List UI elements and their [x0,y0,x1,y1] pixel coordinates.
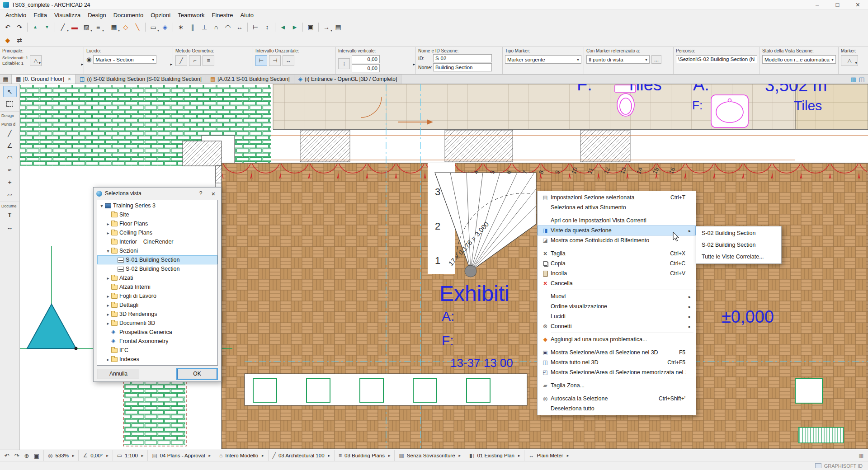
marker-reference-select[interactable]: Il punto di vista [586,55,650,64]
toolbar-button[interactable] [160,22,170,33]
context-menu-item[interactable]: Taglia Zona... [538,381,696,390]
context-menu-item[interactable]: Mostra Selezione/Area di Selezione nel 3… [538,348,696,357]
menu-bar-item[interactable]: Opzioni [147,11,174,19]
status-segment[interactable]: 03 Building Plans [334,450,394,461]
toolbar-button[interactable] [199,22,210,33]
tree-expand-arrow[interactable] [105,303,111,308]
tree-item[interactable]: S-02 Building Section [97,264,217,273]
horizontal-range-zero-button[interactable] [283,55,294,66]
maximize-button[interactable] [827,0,848,9]
layer-select[interactable]: Marker - Section [93,55,156,64]
toolbar-button[interactable] [120,22,131,33]
tree-item[interactable]: Fogli di Lavoro [97,291,217,301]
toolbar-button[interactable] [234,22,245,33]
tool-icon[interactable] [3,127,17,139]
context-menu-item[interactable]: Muovi [538,291,696,301]
context-menu-item[interactable]: Lucidi [538,311,696,321]
context-menu-item[interactable]: Mostra Selezione/Area di Selezione memor… [538,367,696,377]
tree-expand-arrow[interactable] [105,221,111,226]
context-menu-item[interactable]: Autoscala la Selezione Ctrl+Shift+' [538,394,696,404]
tree-item[interactable]: Alzati [97,273,217,282]
tree-item[interactable]: Alzati Interni [97,282,217,291]
toolbar-button[interactable] [148,22,159,33]
dialog-close-button[interactable] [208,189,218,197]
toolbar-button[interactable] [321,22,332,33]
toolbar-button[interactable] [262,22,273,33]
nav-button[interactable] [32,451,41,460]
quick-layers-icon[interactable] [850,76,856,83]
status-segment[interactable]: Plain Meter [524,450,573,461]
toolbar-button[interactable] [57,22,68,33]
nav-button[interactable] [22,451,31,460]
toolbar-button[interactable] [14,22,25,33]
tracker-icon[interactable] [859,452,868,459]
context-menu-item[interactable]: Ordine visualizzazione [538,301,696,311]
toolbar-button[interactable] [2,35,13,46]
toolbar-button[interactable] [175,22,186,33]
geometry-method-parallel-button[interactable] [203,55,214,66]
toolbar-button[interactable] [222,22,233,33]
context-menu-item[interactable]: Taglia Ctrl+X [538,249,696,258]
menu-bar-item[interactable]: Teamwork [174,11,208,19]
tool-icon[interactable] [3,86,17,97]
context-menu-item[interactable]: Mostra come Sottolucido di Riferimento [538,235,696,245]
geometry-method-single-button[interactable] [175,55,187,66]
tree-expand-arrow[interactable] [99,203,104,208]
tree-expand-arrow[interactable] [105,249,111,254]
section-name-input[interactable]: Building Section [433,63,492,71]
status-segment[interactable]: 01 Existing Plan [465,450,524,461]
status-segment[interactable]: 533% [43,450,78,461]
toolbar-button[interactable] [14,35,25,46]
tool-icon[interactable] [3,221,17,233]
geometry-method-chained-button[interactable] [189,55,201,66]
submenu-item[interactable]: Tutte le Viste Correlate... [696,251,781,263]
path-field[interactable]: \Sezioni\S-02 Building Section (N [676,55,757,63]
tree-item[interactable]: Site [97,210,217,219]
close-button[interactable] [848,0,868,9]
toolbar-button[interactable] [305,22,316,33]
tool-icon[interactable] [3,209,17,221]
tool-icon[interactable] [3,176,17,188]
tool-icon[interactable] [3,188,17,200]
annulla-button[interactable]: Annulla [98,369,139,379]
navigator-popup-button[interactable] [0,75,12,84]
context-menu-item[interactable]: Seleziona ed attiva Strumento [538,202,696,212]
tool-icon[interactable] [3,98,17,109]
context-menu-item[interactable]: Deseleziona tutto [538,404,696,414]
menu-bar-item[interactable]: Documento [110,11,147,19]
tree-item[interactable]: Sezioni [97,246,217,255]
tree-item[interactable]: 3D Renderings [97,310,217,319]
submenu-item[interactable]: S-02 Building Section [696,227,781,239]
tree-expand-arrow[interactable] [105,321,111,326]
tool-icon[interactable] [3,164,17,175]
document-tab[interactable]: (i) S-02 Building Section [S-02 Building… [75,75,206,84]
dialog-titlebar[interactable]: Seleziona vista ? [94,188,221,199]
status-segment[interactable]: 04 Plans - Approval [147,450,215,461]
tree-expand-arrow[interactable] [105,230,111,235]
status-segment[interactable]: 0,00° [78,450,112,461]
overflow-arrow-icon[interactable] [81,62,83,66]
toolbar-button[interactable] [289,22,300,33]
context-menu-item[interactable]: Copia Ctrl+C [538,258,696,268]
nav-button[interactable] [2,451,11,460]
status-segment[interactable]: 1:100 [113,450,148,461]
tree-item[interactable]: S-01 Building Section [97,255,217,264]
eye-icon[interactable] [86,56,91,63]
tree-expand-arrow[interactable] [105,276,111,281]
status-segment[interactable]: Intero Modello [215,450,268,461]
toolbar-button[interactable] [211,22,222,33]
tree-expand-arrow[interactable] [105,294,111,299]
toolbar-button[interactable] [81,22,92,33]
tree-expand-arrow[interactable] [105,312,111,317]
dialog-help-button[interactable]: ? [196,189,206,197]
tree-item[interactable]: Floor Plans [97,219,217,228]
overflow-arrow-icon[interactable] [170,62,172,66]
toolbar-button[interactable] [250,22,261,33]
tree-expand-arrow[interactable] [105,357,111,362]
quick-views-icon[interactable] [859,76,864,83]
marker-style-button[interactable] [841,55,858,66]
menu-bar-item[interactable]: Aiuto [236,11,257,19]
context-menu-item[interactable]: Mostra tutto nel 3D Ctrl+F5 [538,357,696,367]
document-tab[interactable]: [A.02.1 S-01 Building Section] [206,75,294,84]
menu-bar-item[interactable]: Edita [30,11,51,19]
